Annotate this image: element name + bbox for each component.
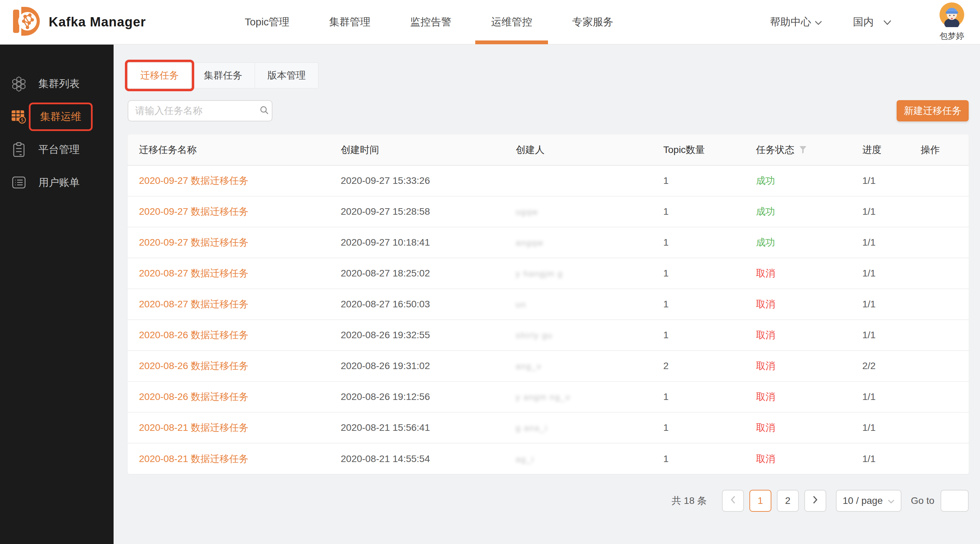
chevron-down-icon bbox=[883, 16, 891, 28]
nav-ops-control[interactable]: 运维管控 bbox=[471, 0, 552, 44]
status-badge: 取消 bbox=[745, 412, 851, 443]
table-row: 2020-09-27 数据迁移任务 2020-09-27 15:28:58 ug… bbox=[128, 196, 969, 227]
creator-redacted: angqw bbox=[504, 227, 652, 258]
goto-page-input[interactable] bbox=[940, 490, 969, 512]
task-name-link[interactable]: 2020-09-27 数据迁移任务 bbox=[128, 196, 329, 227]
avatar bbox=[940, 2, 964, 29]
progress: 1/1 bbox=[851, 412, 909, 443]
user-name: 包梦婷 bbox=[940, 30, 964, 41]
creator-redacted: ugqw bbox=[504, 196, 652, 227]
billing-table-icon: $ bbox=[11, 109, 27, 125]
top-header: Kafka Manager Topic管理 集群管理 监控告警 运维管控 专家服… bbox=[0, 0, 980, 44]
progress: 1/1 bbox=[851, 196, 909, 227]
nav-expert-service[interactable]: 专家服务 bbox=[552, 0, 633, 44]
topic-count: 1 bbox=[652, 443, 745, 474]
pagination-page-1[interactable]: 1 bbox=[749, 490, 772, 512]
chevron-right-icon bbox=[813, 495, 818, 506]
create-time: 2020-09-27 15:28:58 bbox=[329, 196, 504, 227]
status-badge: 取消 bbox=[745, 381, 851, 412]
page-size-select[interactable]: 10 / page bbox=[836, 490, 901, 512]
sidebar-item-cluster-list[interactable]: 集群列表 bbox=[0, 67, 114, 100]
col-header-task-status: 任务状态 bbox=[745, 135, 851, 165]
create-migration-task-button[interactable]: 新建迁移任务 bbox=[897, 100, 969, 121]
task-name-link[interactable]: 2020-08-21 数据迁移任务 bbox=[128, 412, 329, 443]
topic-count: 1 bbox=[652, 289, 745, 320]
actions-cell bbox=[909, 320, 969, 351]
help-center-dropdown[interactable]: 帮助中心 bbox=[770, 15, 822, 29]
task-name-link[interactable]: 2020-08-26 数据迁移任务 bbox=[128, 320, 329, 351]
nav-topic-management[interactable]: Topic管理 bbox=[225, 0, 309, 44]
topic-count: 1 bbox=[652, 258, 745, 289]
progress: 1/1 bbox=[851, 258, 909, 289]
actions-cell bbox=[909, 351, 969, 381]
col-header-create-time: 创建时间 bbox=[329, 135, 504, 165]
task-name-link[interactable]: 2020-08-27 数据迁移任务 bbox=[128, 258, 329, 289]
topic-count: 1 bbox=[652, 381, 745, 412]
status-badge: 取消 bbox=[745, 351, 851, 381]
app-title: Kafka Manager bbox=[49, 15, 146, 30]
col-header-topic-count: Topic数量 bbox=[652, 135, 745, 165]
status-badge: 成功 bbox=[745, 196, 851, 227]
kafka-manager-logo-icon bbox=[10, 4, 40, 40]
progress: 1/1 bbox=[851, 227, 909, 258]
pagination-page-2[interactable]: 2 bbox=[777, 490, 799, 512]
task-name-link[interactable]: 2020-09-27 数据迁移任务 bbox=[128, 227, 329, 258]
chevron-down-icon bbox=[888, 495, 894, 506]
topic-count: 1 bbox=[652, 165, 745, 196]
table-row: 2020-08-26 数据迁移任务 2020-08-26 19:12:56 y … bbox=[128, 381, 969, 412]
table-row: 2020-08-27 数据迁移任务 2020-08-27 16:50:03 un… bbox=[128, 289, 969, 320]
status-badge: 取消 bbox=[745, 320, 851, 351]
task-name-link[interactable]: 2020-08-21 数据迁移任务 bbox=[128, 443, 329, 474]
annotation-box-sidebar: 集群运维 bbox=[29, 103, 93, 131]
creator-redacted: shirly gu bbox=[504, 320, 652, 351]
pagination-next-button[interactable] bbox=[804, 490, 826, 512]
topic-count: 1 bbox=[652, 227, 745, 258]
col-header-task-name: 迁移任务名称 bbox=[128, 135, 329, 165]
search-input[interactable] bbox=[135, 105, 259, 116]
col-header-progress: 进度 bbox=[851, 135, 909, 165]
table-row: 2020-08-26 数据迁移任务 2020-08-26 19:32:55 sh… bbox=[128, 320, 969, 351]
status-badge: 取消 bbox=[745, 443, 851, 474]
actions-cell bbox=[909, 196, 969, 227]
nav-monitoring-alerts[interactable]: 监控告警 bbox=[390, 0, 471, 44]
nav-cluster-management[interactable]: 集群管理 bbox=[309, 0, 390, 44]
topic-count: 1 bbox=[652, 320, 745, 351]
actions-cell bbox=[909, 227, 969, 258]
topic-count: 1 bbox=[652, 196, 745, 227]
user-menu[interactable]: 包梦婷 bbox=[940, 2, 964, 41]
tab-bar: 迁移任务 集群任务 版本管理 bbox=[128, 62, 969, 89]
progress: 1/1 bbox=[851, 165, 909, 196]
col-header-actions: 操作 bbox=[909, 135, 969, 165]
task-name-link[interactable]: 2020-08-27 数据迁移任务 bbox=[128, 289, 329, 320]
status-badge: 取消 bbox=[745, 258, 851, 289]
sidebar-item-platform-management[interactable]: 平台管理 bbox=[0, 133, 114, 166]
tab-cluster-tasks[interactable]: 集群任务 bbox=[191, 62, 255, 89]
progress: 1/1 bbox=[851, 381, 909, 412]
pagination-prev-button[interactable] bbox=[722, 490, 744, 512]
task-name-link[interactable]: 2020-08-26 数据迁移任务 bbox=[128, 351, 329, 381]
region-dropdown[interactable]: 国内 bbox=[853, 15, 891, 29]
creator-redacted: ang_v bbox=[504, 351, 652, 381]
migration-task-table: 迁移任务名称 创建时间 创建人 Topic数量 任务状态 进度 操作 bbox=[128, 135, 969, 474]
sidebar-item-cluster-ops[interactable]: $ 集群运维 bbox=[0, 100, 114, 133]
toolbar: 新建迁移任务 bbox=[128, 100, 969, 121]
pagination: 共 18 条 1 2 10 / page Go to bbox=[128, 490, 969, 512]
task-name-link[interactable]: 2020-09-27 数据迁移任务 bbox=[128, 165, 329, 196]
chevron-down-icon bbox=[815, 16, 822, 28]
create-time: 2020-08-26 19:12:56 bbox=[329, 381, 504, 412]
top-navigation: Topic管理 集群管理 监控告警 运维管控 专家服务 bbox=[225, 0, 633, 44]
status-badge: 成功 bbox=[745, 165, 851, 196]
creator-redacted: ag_i bbox=[504, 443, 652, 474]
sidebar-item-user-billing[interactable]: 用户账单 bbox=[0, 166, 114, 199]
funnel-icon[interactable] bbox=[799, 146, 807, 154]
magnifier-icon[interactable] bbox=[259, 105, 269, 117]
create-time: 2020-09-27 15:33:26 bbox=[329, 165, 504, 196]
chevron-left-icon bbox=[730, 495, 736, 506]
brand[interactable]: Kafka Manager bbox=[10, 4, 146, 40]
actions-cell bbox=[909, 412, 969, 443]
tab-migration-tasks[interactable]: 迁移任务 bbox=[128, 62, 191, 89]
sidebar: 集群列表 $ 集群运维 平台管理 bbox=[0, 44, 114, 544]
task-name-link[interactable]: 2020-08-26 数据迁移任务 bbox=[128, 381, 329, 412]
tab-version-management[interactable]: 版本管理 bbox=[255, 62, 318, 89]
table-header-row: 迁移任务名称 创建时间 创建人 Topic数量 任务状态 进度 操作 bbox=[128, 135, 969, 165]
